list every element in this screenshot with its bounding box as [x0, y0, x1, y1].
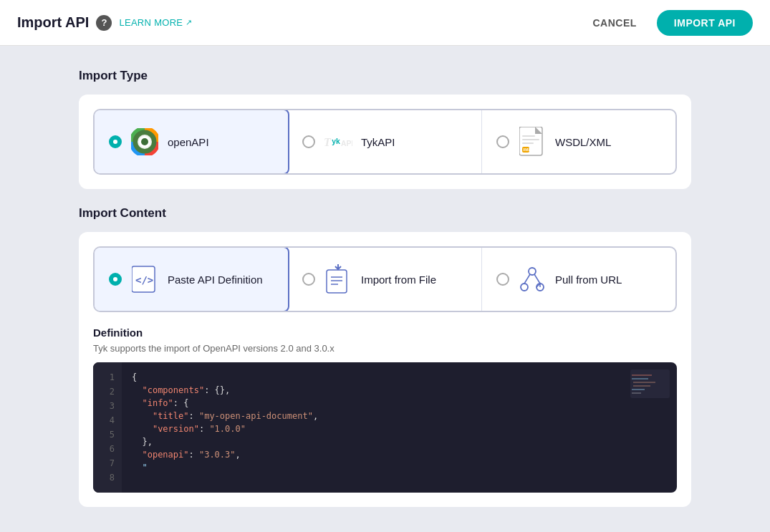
- line-num-4: 4: [110, 414, 115, 427]
- code-chart-thumbnail: [630, 369, 670, 398]
- svg-text:</>: </>: [135, 274, 153, 286]
- cancel-button[interactable]: CANCEL: [582, 11, 648, 34]
- radio-paste: [109, 273, 122, 286]
- header-right: CANCEL IMPORT API: [582, 10, 754, 36]
- line-num-5: 5: [110, 428, 115, 441]
- option-tykapi[interactable]: T yk API TykAPI: [288, 110, 482, 173]
- svg-text:T: T: [324, 136, 332, 148]
- code-editor[interactable]: 1 2 3 4 5 6 7 8 { "components": {}, "inf…: [93, 362, 677, 493]
- svg-point-21: [521, 284, 528, 291]
- svg-line-24: [524, 274, 530, 284]
- svg-rect-10: [522, 139, 539, 140]
- option-paste[interactable]: </> Paste API Definition: [93, 246, 289, 312]
- line-num-8: 8: [110, 471, 115, 484]
- svg-rect-16: [327, 270, 347, 293]
- page-title: Import API: [17, 14, 89, 31]
- svg-point-23: [529, 268, 536, 275]
- tykapi-icon: T yk API: [324, 127, 352, 156]
- option-file[interactable]: Import from File: [288, 248, 482, 311]
- code-line-7: "openapi": "3.0.3",: [132, 448, 667, 461]
- import-type-title: Import Type: [79, 69, 691, 83]
- line-num-1: 1: [110, 371, 115, 384]
- code-line-1: {: [132, 371, 667, 384]
- option-wsdlxml[interactable]: XML WSDL/XML: [482, 110, 675, 173]
- url-label: Pull from URL: [555, 274, 622, 286]
- svg-line-25: [534, 274, 540, 284]
- learn-more-text: LEARN MORE: [119, 17, 183, 28]
- import-type-options: openAPI T yk API TykAPI: [93, 109, 677, 175]
- option-openapi[interactable]: openAPI: [93, 109, 289, 175]
- svg-text:API: API: [341, 140, 352, 147]
- radio-wsdlxml: [496, 135, 509, 148]
- header: Import API ? LEARN MORE ↗ CANCEL IMPORT …: [0, 0, 770, 46]
- paste-icon: </>: [130, 265, 159, 294]
- wsdlxml-label: WSDL/XML: [555, 136, 611, 148]
- external-link-icon: ↗: [186, 18, 192, 27]
- svg-text:XML: XML: [523, 147, 531, 152]
- openapi-label: openAPI: [168, 136, 209, 148]
- code-line-4: "title": "my-open-api-document",: [132, 410, 667, 422]
- radio-openapi: [109, 135, 122, 148]
- svg-rect-9: [522, 135, 535, 137]
- code-line-3: "info": {: [132, 397, 667, 410]
- import-content-options: </> Paste API Definition: [93, 246, 677, 312]
- line-num-3: 3: [110, 400, 115, 412]
- radio-tykapi: [302, 135, 315, 148]
- code-content: { "components": {}, "info": { "title": "…: [122, 362, 677, 493]
- definition-section: Definition Tyk supports the import of Op…: [93, 327, 677, 493]
- line-num-2: 2: [110, 385, 115, 398]
- svg-point-4: [141, 138, 148, 145]
- url-icon: [518, 265, 547, 294]
- line-numbers: 1 2 3 4 5 6 7 8: [93, 362, 122, 493]
- import-api-button[interactable]: IMPORT API: [657, 10, 753, 36]
- svg-rect-26: [630, 369, 670, 398]
- learn-more-link[interactable]: LEARN MORE ↗: [119, 17, 192, 28]
- radio-file: [302, 273, 315, 286]
- definition-title: Definition: [93, 327, 677, 339]
- wsdlxml-icon: XML: [518, 127, 547, 156]
- file-label: Import from File: [361, 274, 436, 286]
- paste-label: Paste API Definition: [168, 274, 263, 286]
- definition-subtitle: Tyk supports the import of OpenAPI versi…: [93, 343, 677, 354]
- code-line-5: "version": "1.0.0": [132, 422, 667, 435]
- line-num-7: 7: [110, 457, 115, 470]
- help-icon[interactable]: ?: [96, 15, 112, 31]
- import-content-card: </> Paste API Definition: [79, 232, 691, 507]
- option-url[interactable]: Pull from URL: [482, 248, 675, 311]
- radio-url: [496, 273, 509, 286]
- import-type-card: openAPI T yk API TykAPI: [79, 95, 691, 189]
- tykapi-label: TykAPI: [361, 136, 395, 148]
- code-line-6: },: [132, 435, 667, 448]
- code-line-2: "components": {},: [132, 384, 667, 397]
- file-icon: [324, 265, 352, 294]
- svg-rect-11: [522, 142, 534, 144]
- import-content-title: Import Content: [79, 206, 691, 221]
- main-content: Import Type: [0, 46, 770, 532]
- header-left: Import API ? LEARN MORE ↗: [17, 14, 582, 31]
- openapi-icon: [130, 127, 159, 156]
- code-line-8: ": [132, 461, 667, 474]
- svg-text:yk: yk: [332, 137, 340, 145]
- line-num-6: 6: [110, 442, 115, 455]
